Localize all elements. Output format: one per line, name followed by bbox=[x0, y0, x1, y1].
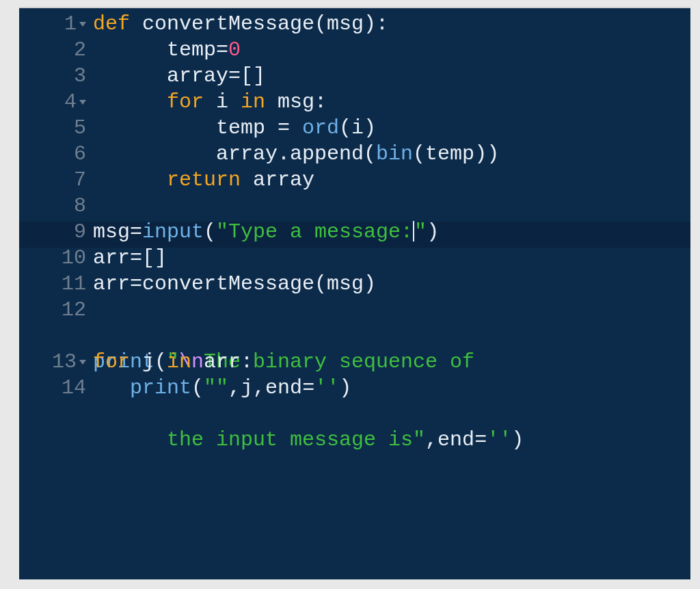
code-line[interactable]: for i in msg: bbox=[93, 89, 690, 115]
code-line[interactable]: array.append(bin(temp)) bbox=[93, 141, 690, 167]
line-number: 11 bbox=[19, 271, 93, 297]
code-line[interactable]: def convertMessage(msg): bbox=[93, 11, 690, 37]
code-line[interactable]: array=[] bbox=[93, 63, 690, 89]
code-line[interactable]: temp=0 bbox=[93, 37, 690, 63]
code-line[interactable] bbox=[93, 193, 690, 219]
line-number: 2 bbox=[19, 37, 93, 63]
code-area[interactable]: def convertMessage(msg): temp=0 array=[]… bbox=[93, 8, 690, 579]
line-number: 3 bbox=[19, 63, 93, 89]
line-number: 4 bbox=[19, 89, 93, 115]
line-number: 13 bbox=[19, 349, 93, 375]
code-editor[interactable]: 1 2 3 4 5 6 7 8 9 10 11 12 13 14 def con… bbox=[19, 7, 690, 579]
code-line[interactable]: msg=input("Type a message:") bbox=[93, 219, 690, 245]
fold-icon[interactable] bbox=[79, 22, 86, 27]
fold-icon[interactable] bbox=[79, 100, 86, 105]
line-number-gutter: 1 2 3 4 5 6 7 8 9 10 11 12 13 14 bbox=[19, 8, 93, 579]
code-line[interactable]: print("\nThe binary sequence of the inpu… bbox=[93, 297, 690, 349]
line-number: 1 bbox=[19, 11, 93, 37]
line-number: 7 bbox=[19, 167, 93, 193]
line-number: 5 bbox=[19, 115, 93, 141]
code-line[interactable]: return array bbox=[93, 167, 690, 193]
code-line[interactable]: arr=[] bbox=[93, 245, 690, 271]
code-line[interactable]: print("",j,end='') bbox=[93, 375, 690, 401]
line-number: 10 bbox=[19, 245, 93, 271]
line-number: 12 bbox=[19, 297, 93, 323]
line-number: 6 bbox=[19, 141, 93, 167]
app-frame: 1 2 3 4 5 6 7 8 9 10 11 12 13 14 def con… bbox=[0, 0, 700, 589]
line-number: 9 bbox=[19, 219, 93, 245]
code-line[interactable]: temp = ord(i) bbox=[93, 115, 690, 141]
line-number bbox=[19, 323, 93, 349]
code-line[interactable]: arr=convertMessage(msg) bbox=[93, 271, 690, 297]
line-number: 14 bbox=[19, 375, 93, 401]
fold-icon[interactable] bbox=[79, 360, 86, 365]
line-number: 8 bbox=[19, 193, 93, 219]
